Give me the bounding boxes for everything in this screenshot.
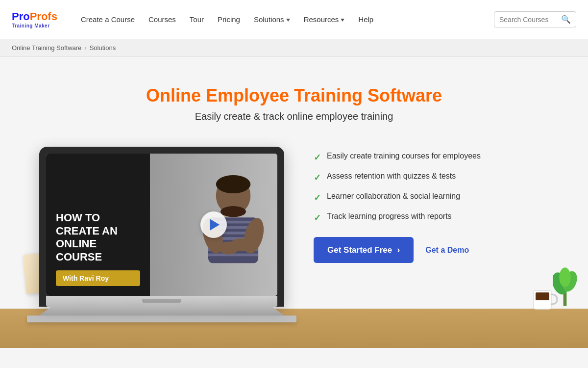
video-left-panel: HOW TO CREATE AN ONLINE COURSE With Ravi… — [46, 154, 150, 296]
feature-item-4: ✓ Track learning progress with reports — [314, 212, 549, 223]
video-title: HOW TO CREATE AN ONLINE COURSE — [56, 211, 140, 263]
laptop-stand — [39, 307, 284, 315]
laptop-wrap: HOW TO CREATE AN ONLINE COURSE With Ravi… — [39, 147, 284, 322]
search-input[interactable] — [499, 16, 558, 24]
svg-point-1 — [216, 175, 251, 193]
search-box[interactable]: 🔍 — [494, 11, 576, 27]
svg-point-14 — [230, 238, 250, 251]
hero-section: Online Employee Training Software Easily… — [0, 57, 588, 137]
laptop-base — [46, 296, 277, 307]
features-column: ✓ Easily create training courses for emp… — [314, 142, 549, 263]
get-started-label: Get Started Free — [327, 245, 392, 255]
nav-create-course[interactable]: Create a Course — [81, 15, 135, 24]
logo[interactable]: ProProfs Training Maker — [12, 10, 57, 28]
check-icon-2: ✓ — [314, 172, 321, 183]
laptop-foot — [27, 315, 296, 322]
laptop-notch — [142, 299, 181, 303]
svg-point-18 — [559, 267, 570, 287]
breadcrumb-current: Solutions — [90, 44, 116, 52]
feature-text-2: Assess retention with quizzes & tests — [327, 172, 456, 181]
get-started-arrow-icon: › — [397, 245, 400, 255]
svg-rect-10 — [208, 254, 258, 257]
main-content: HOW TO CREATE AN ONLINE COURSE With Ravi… — [0, 137, 588, 348]
check-icon-4: ✓ — [314, 212, 321, 223]
nav-help[interactable]: Help — [358, 15, 373, 24]
feature-item-2: ✓ Assess retention with quizzes & tests — [314, 172, 549, 183]
breadcrumb-home[interactable]: Online Training Software — [12, 44, 81, 52]
feature-text-1: Easily create training courses for emplo… — [327, 152, 481, 160]
check-icon-3: ✓ — [314, 192, 321, 203]
logo-pro: Pro — [12, 10, 30, 23]
laptop-outer: HOW TO CREATE AN ONLINE COURSE With Ravi… — [39, 147, 284, 307]
feature-text-3: Learner collaboration & social learning — [327, 192, 460, 201]
hero-subtitle: Easily create & track online employee tr… — [39, 111, 549, 122]
feature-item-3: ✓ Learner collaboration & social learnin… — [314, 192, 549, 203]
hero-title: Online Employee Training Software — [39, 85, 549, 106]
cta-row: Get Started Free › Get a Demo — [314, 237, 549, 263]
nav-solutions[interactable]: Solutions — [254, 15, 290, 24]
navbar: ProProfs Training Maker Create a Course … — [0, 0, 588, 39]
logo-tagline: Training Maker — [12, 23, 57, 28]
coffee-cup-wrap — [532, 287, 559, 315]
nav-courses[interactable]: Courses — [148, 15, 176, 24]
breadcrumb: Online Training Software › Solutions — [0, 39, 588, 57]
laptop-screen: HOW TO CREATE AN ONLINE COURSE With Ravi… — [46, 154, 277, 296]
resources-chevron-icon — [341, 19, 344, 22]
video-badge: With Ravi Roy — [56, 270, 140, 286]
get-demo-button[interactable]: Get a Demo — [425, 246, 469, 255]
hero-text: Online Employee Training Software Easily… — [20, 71, 568, 122]
feature-item-1: ✓ Easily create training courses for emp… — [314, 152, 549, 163]
svg-rect-20 — [536, 292, 549, 300]
logo-profs: Profs — [30, 10, 57, 23]
check-icon-1: ✓ — [314, 152, 321, 163]
video-thumbnail[interactable]: HOW TO CREATE AN ONLINE COURSE With Ravi… — [46, 154, 277, 296]
feature-text-4: Track learning progress with reports — [327, 212, 452, 221]
video-right-panel — [150, 154, 277, 296]
nav-tour[interactable]: Tour — [190, 15, 204, 24]
search-icon: 🔍 — [561, 15, 571, 24]
svg-point-2 — [220, 206, 246, 217]
solutions-chevron-icon — [286, 19, 290, 22]
play-icon — [210, 219, 220, 231]
breadcrumb-separator: › — [84, 44, 86, 52]
nav-resources[interactable]: Resources — [304, 15, 345, 24]
play-button[interactable] — [200, 211, 227, 238]
coffee-cup-illustration — [532, 287, 559, 314]
get-started-button[interactable]: Get Started Free › — [314, 237, 414, 263]
nav-pricing[interactable]: Pricing — [218, 15, 240, 24]
content-row: HOW TO CREATE AN ONLINE COURSE With Ravi… — [20, 142, 568, 322]
